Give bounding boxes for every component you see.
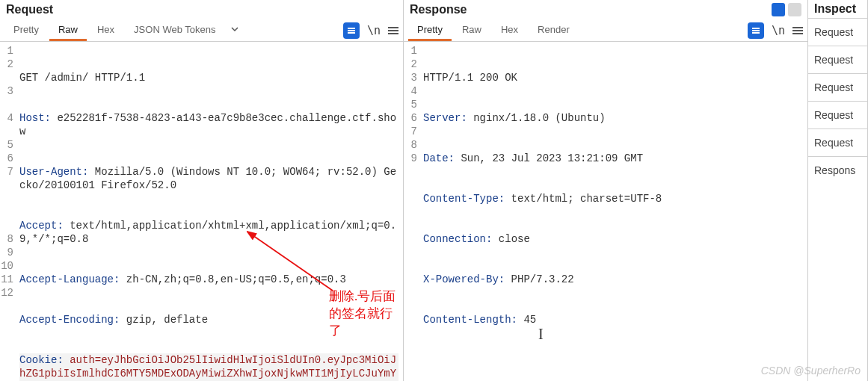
inspector-item[interactable]: Request <box>808 128 867 156</box>
response-tabs: Pretty Raw Hex Render \n <box>404 19 807 42</box>
wrap-icon[interactable]: \n <box>772 24 785 37</box>
request-line-7[interactable]: Cookie: auth=eyJhbGciOiJOb25lIiwidHlwIjo… <box>19 353 398 381</box>
response-line-6[interactable]: X-Powered-By: PHP/7.3.22 <box>423 273 803 286</box>
response-line-8[interactable] <box>423 353 803 367</box>
svg-rect-0 <box>348 28 355 29</box>
tab-hex[interactable]: Hex <box>492 20 527 41</box>
response-line-3[interactable]: Date: Sun, 23 Jul 2023 13:21:09 GMT <box>423 152 803 165</box>
svg-rect-5 <box>752 30 760 31</box>
response-panel: Response Pretty Raw Hex Render \n 1 2 <box>404 0 808 381</box>
svg-rect-1 <box>348 30 355 31</box>
request-line-1[interactable]: GET /admin/ HTTP/1.1 <box>19 71 398 84</box>
request-editor[interactable]: 1 2 3 4 5 6 7 8 9 10 11 12 GET /admin/ H… <box>0 42 403 381</box>
tab-raw[interactable]: Raw <box>453 20 490 41</box>
layout-icon[interactable] <box>772 3 785 16</box>
svg-rect-2 <box>348 32 355 34</box>
request-line-4[interactable]: Accept: text/html,application/xhtml+xml,… <box>19 219 398 246</box>
request-line-5[interactable]: Accept-Language: zh-CN,zh;q=0.8,en-US;q=… <box>19 273 398 286</box>
request-header: Request <box>0 0 403 19</box>
tab-raw[interactable]: Raw <box>49 20 87 41</box>
request-code[interactable]: GET /admin/ HTTP/1.1 Host: e252281f-7538… <box>16 44 403 381</box>
request-line-2[interactable]: Host: e252281f-7538-4823-a143-ea7c9b8e3c… <box>19 111 398 138</box>
inspector-title: Inspect <box>808 0 867 18</box>
hamburger-icon[interactable] <box>792 25 803 36</box>
request-panel: Request Pretty Raw Hex JSON Web Tokens \… <box>0 0 404 381</box>
inspector-item[interactable]: Request <box>808 46 867 73</box>
wrap-icon[interactable]: \n <box>367 24 381 37</box>
actions-icon[interactable] <box>748 22 764 39</box>
request-tabs: Pretty Raw Hex JSON Web Tokens \n <box>0 19 403 42</box>
inspector-item[interactable]: Respons <box>808 156 867 184</box>
layout-alt-icon[interactable] <box>788 3 801 16</box>
response-header: Response <box>404 0 807 19</box>
inspector-item[interactable]: Request <box>808 18 867 46</box>
request-line-6[interactable]: Accept-Encoding: gzip, deflate <box>19 313 398 326</box>
tab-pretty[interactable]: Pretty <box>4 20 48 41</box>
request-title: Request <box>6 3 53 16</box>
inspector-panel: Inspect Request Request Request Request … <box>808 0 868 381</box>
chevron-down-icon[interactable] <box>230 25 239 36</box>
hamburger-icon[interactable] <box>388 25 398 36</box>
svg-rect-6 <box>752 32 760 34</box>
response-line-7[interactable]: Content-Length: 45 <box>423 313 803 326</box>
inspector-item[interactable]: Request <box>808 73 867 101</box>
response-editor[interactable]: 1 2 3 4 5 6 7 8 9 HTTP/1.1 200 OK Server… <box>404 42 807 381</box>
request-line-3[interactable]: User-Agent: Mozilla/5.0 (Windows NT 10.0… <box>19 165 398 192</box>
request-gutter: 1 2 3 4 5 6 7 8 9 10 11 12 <box>0 44 16 381</box>
response-line-4[interactable]: Content-Type: text/html; charset=UTF-8 <box>423 192 803 205</box>
actions-icon[interactable] <box>343 22 360 39</box>
tab-hex[interactable]: Hex <box>88 20 123 41</box>
response-line-5[interactable]: Connection: close <box>423 232 803 246</box>
svg-rect-4 <box>752 28 760 29</box>
response-title: Response <box>410 3 467 16</box>
response-line-2[interactable]: Server: nginx/1.18.0 (Ubuntu) <box>423 111 803 125</box>
response-code[interactable]: HTTP/1.1 200 OK Server: nginx/1.18.0 (Ub… <box>420 44 807 381</box>
tab-render[interactable]: Render <box>529 20 579 41</box>
tab-jwt[interactable]: JSON Web Tokens <box>125 20 224 41</box>
inspector-item[interactable]: Request <box>808 101 867 128</box>
response-line-1[interactable]: HTTP/1.1 200 OK <box>423 71 803 84</box>
response-gutter: 1 2 3 4 5 6 7 8 9 <box>404 44 420 381</box>
tab-pretty[interactable]: Pretty <box>408 20 452 41</box>
